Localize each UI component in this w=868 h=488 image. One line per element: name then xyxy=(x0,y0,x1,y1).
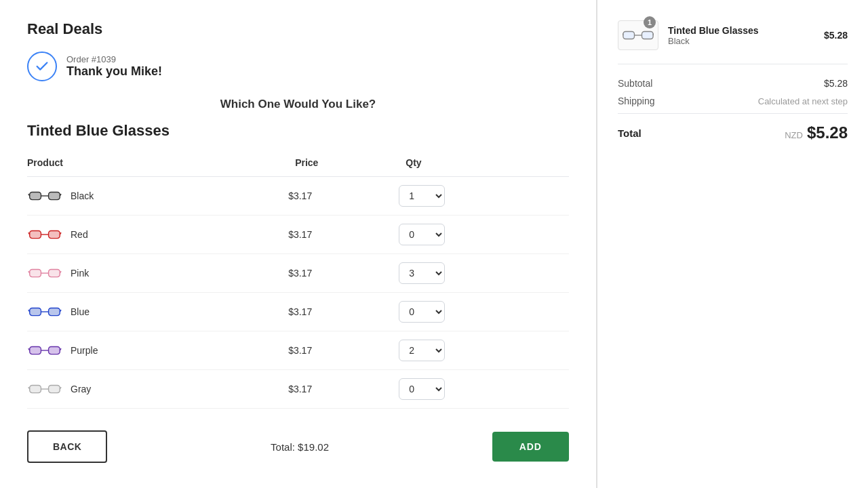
product-table: Product Price Qty Black$3.170123456789 R… xyxy=(27,152,569,409)
svg-rect-21 xyxy=(49,346,60,354)
total-row-right: NZD $5.28 xyxy=(785,123,848,142)
svg-rect-10 xyxy=(30,269,41,277)
qty-select[interactable]: 0123456789 xyxy=(399,224,445,245)
price-cell: $3.17 xyxy=(288,216,399,254)
total-row-label: Total xyxy=(618,127,642,139)
svg-rect-0 xyxy=(30,192,41,199)
product-name: Gray xyxy=(71,384,91,394)
qty-cell: 0123456789 xyxy=(399,254,569,293)
price-cell: $3.17 xyxy=(288,254,399,293)
product-name: Red xyxy=(71,229,88,240)
back-button[interactable]: BACK xyxy=(27,430,107,463)
header-price: Price xyxy=(288,152,399,177)
table-row: Purple$3.170123456789 xyxy=(27,331,569,370)
svg-rect-5 xyxy=(30,230,41,238)
currency-code: NZD xyxy=(785,130,803,140)
cart-item: 1 Tinted Blue Glasses Black $5.28 xyxy=(618,20,848,64)
shipping-row: Shipping Calculated at next step xyxy=(618,96,848,106)
subtotal-value: $5.28 xyxy=(824,78,848,89)
qty-cell: 0123456789 xyxy=(399,216,569,254)
qty-select[interactable]: 0123456789 xyxy=(399,185,445,207)
cart-badge: 1 xyxy=(644,16,656,28)
svg-rect-31 xyxy=(642,31,654,39)
table-row: Black$3.170123456789 xyxy=(27,177,569,216)
svg-rect-20 xyxy=(30,346,41,354)
glasses-icon xyxy=(27,341,62,360)
svg-line-33 xyxy=(623,33,623,35)
product-name: Blue xyxy=(71,306,90,317)
table-row: Pink$3.170123456789 xyxy=(27,254,569,293)
qty-cell: 0123456789 xyxy=(399,331,569,370)
cart-variant: Black xyxy=(668,36,814,46)
order-number: Order #1039 xyxy=(66,54,162,64)
qty-select[interactable]: 0123456789 xyxy=(399,301,445,323)
qty-cell: 0123456789 xyxy=(399,177,569,216)
right-panel: 1 Tinted Blue Glasses Black $5.28 Subtot… xyxy=(597,0,868,488)
shipping-label: Shipping xyxy=(618,96,655,106)
product-name: Purple xyxy=(71,345,98,356)
qty-select[interactable]: 0123456789 xyxy=(399,340,445,361)
svg-rect-30 xyxy=(623,31,635,39)
header-product: Product xyxy=(27,152,288,177)
order-confirmation: Order #1039 Thank you Mike! xyxy=(27,52,569,81)
glasses-icon xyxy=(27,186,62,205)
cart-info: Tinted Blue Glasses Black xyxy=(668,25,814,46)
shipping-value: Calculated at next step xyxy=(758,96,848,106)
thank-you-message: Thank you Mike! xyxy=(66,64,162,79)
glasses-icon xyxy=(27,264,62,283)
bottom-bar: BACK Total: $19.02 ADD xyxy=(27,422,569,463)
add-button[interactable]: ADD xyxy=(492,432,569,462)
price-cell: $3.17 xyxy=(288,331,399,370)
product-name: Pink xyxy=(71,268,89,279)
product-name: Black xyxy=(71,190,94,201)
price-cell: $3.17 xyxy=(288,370,399,409)
section-question: Which One Would You Like? xyxy=(27,98,569,111)
glasses-icon xyxy=(27,380,62,399)
price-cell: $3.17 xyxy=(288,177,399,216)
glasses-icon xyxy=(27,302,62,321)
svg-rect-16 xyxy=(49,308,60,315)
subtotal-row: Subtotal $5.28 xyxy=(618,78,848,89)
svg-rect-11 xyxy=(49,269,60,277)
cart-product-name: Tinted Blue Glasses xyxy=(668,25,814,36)
qty-cell: 0123456789 xyxy=(399,293,569,331)
total-row: Total NZD $5.28 xyxy=(618,113,848,142)
table-row: Red$3.170123456789 xyxy=(27,216,569,254)
svg-rect-26 xyxy=(49,385,60,392)
qty-cell: 0123456789 xyxy=(399,370,569,409)
subtotal-label: Subtotal xyxy=(618,78,652,89)
svg-rect-6 xyxy=(49,230,60,238)
qty-select[interactable]: 0123456789 xyxy=(399,262,445,284)
svg-rect-15 xyxy=(30,308,41,315)
product-title: Tinted Blue Glasses xyxy=(27,122,569,140)
table-row: Blue$3.170123456789 xyxy=(27,293,569,331)
cart-item-price: $5.28 xyxy=(824,30,848,41)
order-text: Order #1039 Thank you Mike! xyxy=(66,54,162,79)
qty-select[interactable]: 0123456789 xyxy=(399,378,445,400)
svg-rect-1 xyxy=(49,192,60,199)
glasses-icon xyxy=(27,225,62,244)
total-label: Total: $19.02 xyxy=(271,441,329,453)
price-cell: $3.17 xyxy=(288,293,399,331)
svg-line-34 xyxy=(653,33,654,35)
left-panel: Real Deals Order #1039 Thank you Mike! W… xyxy=(0,0,597,488)
total-amount: $5.28 xyxy=(807,123,848,142)
header-qty: Qty xyxy=(399,152,569,177)
store-name: Real Deals xyxy=(27,20,569,38)
table-row: Gray$3.170123456789 xyxy=(27,370,569,409)
check-circle-icon xyxy=(27,52,57,81)
svg-rect-25 xyxy=(30,385,41,392)
